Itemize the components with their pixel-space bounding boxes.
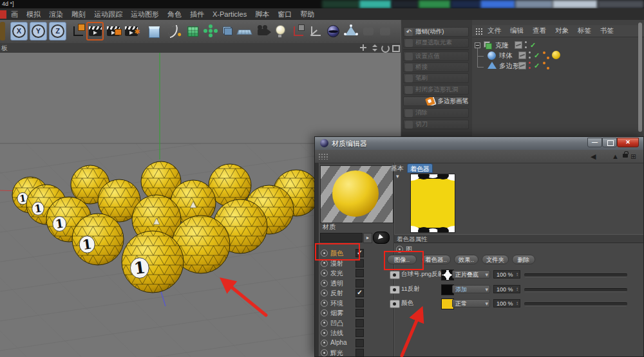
object-name[interactable]: 球体 <box>499 51 513 60</box>
layer-visibility-icon[interactable] <box>390 300 400 308</box>
world-axes-button[interactable] <box>307 22 325 41</box>
delete-button[interactable]: 删除 <box>512 255 535 264</box>
lock-z-axis-button[interactable]: Z <box>49 22 66 41</box>
menu-sculpt[interactable]: 雕刻 <box>71 10 86 19</box>
opacity-slider[interactable] <box>524 302 627 306</box>
channel-radio-icon[interactable] <box>321 340 328 347</box>
spline-pen-button[interactable] <box>165 22 182 41</box>
viewport-pan-icon[interactable] <box>359 44 368 51</box>
boole-button[interactable] <box>219 22 236 41</box>
back-arrow-icon[interactable]: ◀ <box>591 152 596 161</box>
texture-preview[interactable] <box>410 174 455 233</box>
panel-grid-icon[interactable] <box>475 28 482 35</box>
lock-x-axis-button[interactable]: X <box>10 22 28 41</box>
phong-dots-icon[interactable] <box>543 51 549 59</box>
expand-toggle[interactable] <box>475 42 480 48</box>
disabled-tool-button-2[interactable] <box>376 22 393 41</box>
light-button[interactable] <box>272 22 289 41</box>
material-name-field[interactable] <box>320 233 363 243</box>
channel-radio-icon[interactable] <box>321 260 328 267</box>
channel-checkbox[interactable] <box>355 339 364 347</box>
blend-mode-dropdown[interactable]: 正常▾ <box>452 299 490 307</box>
menu-motion-tracker[interactable]: 运动跟踪 <box>94 10 122 19</box>
menu-help[interactable]: 帮助 <box>300 10 314 19</box>
spinner-icon[interactable]: ↕ <box>516 300 518 307</box>
enabled-check-icon[interactable]: ✓ <box>534 51 540 59</box>
menu-plugins[interactable]: 插件 <box>190 10 204 19</box>
palette-item[interactable]: 框显选取元素 <box>403 38 469 48</box>
om-menu-bookmarks[interactable]: 书签 <box>600 26 614 35</box>
opacity-slider[interactable] <box>524 288 627 292</box>
palette-item[interactable]: ↶撤销(动作) <box>403 27 469 37</box>
opacity-field[interactable]: 100 %↕ <box>493 285 520 293</box>
menu-render[interactable]: 渲染 <box>49 10 63 19</box>
material-pick-button[interactable] <box>373 232 390 244</box>
shader-button[interactable]: 着色器.. <box>421 255 451 264</box>
floor-button[interactable] <box>236 22 253 41</box>
edit-tag-icon[interactable] <box>518 62 526 69</box>
spinner-icon[interactable]: ↕ <box>516 271 518 279</box>
palette-item[interactable]: 切刀 <box>403 120 469 129</box>
enabled-check-icon[interactable]: ✓ <box>530 41 536 49</box>
viewport-maximize-icon[interactable] <box>391 44 399 51</box>
layer-visibility-icon[interactable] <box>390 271 400 279</box>
om-row-sphere[interactable]: 球体 ✓ <box>472 51 644 61</box>
render-to-picture-viewer-button[interactable] <box>104 22 122 41</box>
palette-item[interactable]: 桥接 <box>403 62 469 72</box>
minimize-button[interactable]: — <box>587 138 602 147</box>
spinner-icon[interactable]: ↕ <box>516 286 518 293</box>
material-preview[interactable] <box>320 165 393 223</box>
edit-tag-icon[interactable] <box>515 41 522 49</box>
visibility-dots[interactable] <box>529 51 531 59</box>
channel-radio-icon[interactable] <box>321 349 328 356</box>
new-window-icon[interactable]: ⊞ <box>630 152 636 161</box>
om-menu-edit[interactable]: 编辑 <box>510 26 524 35</box>
palette-item[interactable]: 笔刷 <box>403 73 469 83</box>
menu-mograph[interactable]: 运动图形 <box>131 10 159 19</box>
clipped-tool-button[interactable] <box>0 22 5 41</box>
shading-mode-button[interactable] <box>325 22 342 41</box>
close-button[interactable]: ✕ <box>617 138 639 147</box>
opacity-field[interactable]: 100 %↕ <box>493 299 520 307</box>
menu-character[interactable]: 角色 <box>167 10 182 19</box>
blend-mode-dropdown[interactable]: 正片叠底▾ <box>452 270 490 279</box>
lock-y-axis-button[interactable]: Y <box>30 22 47 41</box>
disabled-tool-button-1[interactable] <box>359 22 377 41</box>
palette-item[interactable]: 封闭多边形孔洞 <box>403 85 469 95</box>
phong-dots-icon[interactable] <box>543 62 549 69</box>
palette-item[interactable]: 消除 <box>403 108 469 118</box>
object-name[interactable]: 克隆 <box>495 41 509 50</box>
add-cube-button[interactable] <box>146 22 163 41</box>
om-menu-object[interactable]: 对象 <box>555 26 569 35</box>
folder-button[interactable]: 文件夹 <box>482 255 509 264</box>
dialog-titlebar[interactable]: 材质编辑器 — ✕ <box>315 137 643 151</box>
blend-mode-dropdown[interactable]: 添加▾ <box>452 285 490 293</box>
tab-shader[interactable]: 着色器 <box>407 163 433 173</box>
channel-radio-icon[interactable] <box>321 320 328 327</box>
array-button[interactable] <box>202 22 219 41</box>
billiard-ball[interactable]: 1 <box>122 231 184 293</box>
workplane-button[interactable] <box>290 22 307 41</box>
channel-checkbox[interactable] <box>355 349 364 357</box>
tab-basic[interactable]: 基本 <box>389 163 406 173</box>
palette-item[interactable]: 多边形画笔 <box>403 96 469 106</box>
viewport-zoom-icon[interactable] <box>370 44 379 51</box>
channel-checkbox[interactable] <box>355 329 364 337</box>
visibility-dots[interactable] <box>529 62 531 69</box>
menu-simulate[interactable]: 模拟 <box>26 10 41 19</box>
render-view-button[interactable] <box>86 22 104 41</box>
om-menu-file[interactable]: 文件 <box>488 26 501 35</box>
opacity-field[interactable]: 100 %↕ <box>493 270 520 279</box>
palette-item[interactable]: 设置点值 <box>403 51 469 61</box>
object-name[interactable]: 多边形 <box>499 62 520 71</box>
om-menu-view[interactable]: 查看 <box>533 26 546 35</box>
layer-visibility-icon[interactable] <box>390 286 400 294</box>
preview-expand-button[interactable]: ▸ <box>363 233 372 243</box>
om-row-cloner[interactable]: 克隆 ✓ <box>472 41 644 51</box>
layer-row[interactable]: 颜色正常▾100 %↕ <box>315 298 644 309</box>
camera-button[interactable] <box>254 22 271 41</box>
material-tag-icon[interactable] <box>552 51 560 59</box>
channel-radio-icon[interactable] <box>321 309 328 316</box>
layer-row[interactable]: 台球号.png反射正片叠底▾100 %↕ <box>315 270 644 280</box>
billiard-ball[interactable]: 1 <box>72 214 124 265</box>
